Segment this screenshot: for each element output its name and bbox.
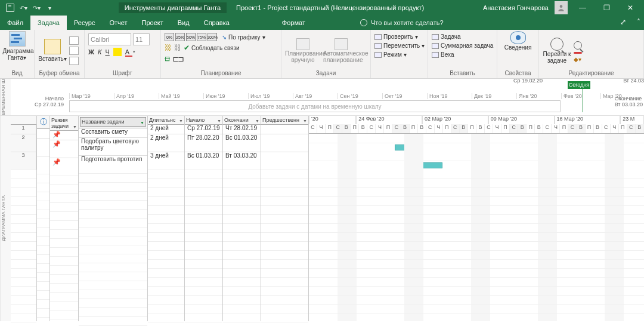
auto-schedule-button[interactable]: Автоматическое планирование	[323, 38, 359, 63]
task-table[interactable]: 1 2 3 ⓘ Режим задачи▼ 📌 📌 📌 Название зад…	[11, 116, 309, 321]
pct-75-button[interactable]: 75%	[197, 33, 206, 41]
col-mode[interactable]: Режим задачи▼	[50, 116, 78, 131]
bold-button[interactable]: Ж	[88, 48, 94, 56]
timeline-start-date: Ср 27.02.19	[35, 102, 64, 107]
task-end-1[interactable]: Чт 28.02.19	[223, 125, 261, 134]
split-task-icon[interactable]: ⊏⊐	[172, 54, 183, 63]
underline-button[interactable]: Ч	[105, 48, 109, 56]
tab-help[interactable]: Справка	[197, 16, 237, 30]
undo-icon[interactable]: ↶▾	[18, 2, 29, 13]
font-color-button[interactable]: А	[125, 48, 129, 56]
save-icon[interactable]	[5, 2, 16, 13]
task-mode-icon[interactable]: 📌	[50, 158, 78, 176]
task-mode-icon[interactable]: 📌	[50, 140, 78, 158]
tell-me-search[interactable]: Что вы хотите сделать?	[360, 16, 444, 30]
tab-view[interactable]: Вид	[171, 16, 197, 30]
pct-0-button[interactable]: 0%	[165, 33, 174, 41]
fill-icon[interactable]: ◆▾	[574, 56, 582, 63]
tab-format[interactable]: Формат	[275, 16, 312, 30]
summary-task-button[interactable]: Суммарная задача	[432, 42, 493, 50]
format-painter-icon[interactable]	[69, 57, 79, 65]
window-restore-icon[interactable]: ❐	[597, 0, 615, 16]
task-start-2[interactable]: Пт 28.02.20	[185, 134, 222, 152]
group-insert-label: Вставить	[432, 70, 493, 77]
task-dur-3[interactable]: 3 дней	[148, 152, 184, 170]
task-end-3[interactable]: Вт 03.03.20	[223, 152, 261, 170]
milestone-icon	[432, 52, 439, 58]
font-size-combo[interactable]: 11	[133, 33, 150, 45]
task-start-3[interactable]: Вс 01.03.20	[185, 152, 222, 170]
document-title: Проект1 - Project стандартный (Нелицензи…	[236, 4, 424, 11]
week-label: 23 М	[620, 116, 644, 124]
group-properties-label: Свойства	[501, 70, 535, 77]
task-name-3[interactable]: Подготовить прототип	[79, 155, 147, 173]
window-close-icon[interactable]: ✕	[621, 0, 639, 16]
on-schedule-button[interactable]: ➘По графику▾	[222, 33, 265, 41]
task-dur-1[interactable]: 2 дней	[148, 125, 184, 134]
col-pred[interactable]: Предшественн▼	[261, 116, 308, 125]
task-name-2[interactable]: Подобрать цветовую палитру	[79, 137, 147, 155]
col-name[interactable]: Название задачи▼	[79, 116, 147, 128]
inspect-button[interactable]: Проверить ▾	[374, 33, 418, 41]
move-button[interactable]: Переместить ▾	[374, 42, 425, 50]
inactivate-icon[interactable]: ⊟	[165, 55, 170, 63]
window-minimize-icon[interactable]: —	[574, 0, 592, 16]
paste-icon	[44, 39, 61, 54]
timeline-track[interactable]: Добавьте задачи с датами на временную шк…	[69, 100, 561, 112]
tab-project[interactable]: Проект	[135, 16, 171, 30]
row-num-2[interactable]: 2	[11, 134, 36, 143]
highlight-button[interactable]	[113, 48, 122, 56]
gantt-chart[interactable]: '20 24 Фев '20 02 Мар '20 09 Мар '20 16 …	[309, 116, 644, 321]
timeline-end-label: Окончание	[615, 96, 643, 102]
mode-icon	[374, 52, 382, 58]
ribbon-collapse-icon[interactable]: ˄	[637, 18, 640, 26]
tab-task[interactable]: Задача	[30, 16, 67, 30]
font-name-combo[interactable]: Calibri	[88, 33, 131, 45]
col-info[interactable]: ⓘ	[37, 116, 49, 129]
link-tasks-icon[interactable]: ⛓	[165, 44, 172, 52]
col-end[interactable]: Окончани▼	[223, 116, 261, 125]
tab-resource[interactable]: Ресурс	[67, 16, 102, 30]
tab-report[interactable]: Отчет	[102, 16, 134, 30]
find-icon[interactable]	[574, 41, 582, 50]
cut-icon[interactable]	[69, 36, 79, 45]
clear-icon[interactable]	[574, 52, 582, 54]
pct-25-button[interactable]: 25%	[175, 33, 185, 41]
gantt-sidebar-label: ДИАГРАММА ГАНТА	[0, 116, 11, 321]
unlink-tasks-icon[interactable]: ⛓	[174, 44, 181, 52]
ribbon-display-options-icon[interactable]: ⤢	[620, 18, 626, 26]
task-mode-icon[interactable]: 📌	[50, 131, 78, 140]
qat-customize-icon[interactable]: ▾	[44, 2, 55, 13]
copy-icon[interactable]	[69, 47, 79, 55]
task-start-1[interactable]: Ср 27.02.19	[185, 125, 222, 134]
milestone-button[interactable]: Веха	[432, 51, 454, 59]
redo-icon[interactable]: ↷▾	[31, 2, 42, 13]
mode-button[interactable]: Режим ▾	[374, 51, 407, 59]
paste-button[interactable]: Вставить▾	[38, 39, 67, 62]
week-label: 09 Мар '20	[488, 116, 555, 124]
details-button[interactable]: Сведения	[504, 31, 532, 51]
avatar[interactable]	[555, 1, 568, 14]
row-header	[11, 116, 36, 125]
task-end-2[interactable]: Вс 01.03.20	[223, 134, 261, 152]
group-clipboard-label: Буфер обмена	[38, 70, 80, 77]
col-duration[interactable]: Длительнс▼	[148, 116, 184, 125]
italic-button[interactable]: К	[98, 48, 101, 56]
pct-100-button[interactable]: 100%	[208, 33, 217, 41]
ribbon-tabs: Файл Задача Ресурс Отчет Проект Вид Спра…	[0, 16, 644, 30]
group-editing-label: Редактирование	[543, 70, 640, 77]
tab-file[interactable]: Файл	[0, 16, 30, 30]
gantt-chart-button[interactable]: Диаграмма Ганта▾	[3, 31, 32, 61]
manual-schedule-button[interactable]: Планирование вручную	[285, 38, 321, 63]
task-name-1[interactable]: Составить смету	[79, 128, 147, 137]
pct-50-button[interactable]: 50%	[186, 33, 196, 41]
row-num-3[interactable]: 3	[11, 152, 36, 161]
details-icon	[510, 31, 526, 44]
bulb-icon	[360, 19, 367, 26]
respect-links-button[interactable]: ✔Соблюдать связи	[184, 43, 240, 53]
task-dur-2[interactable]: 2 дней	[148, 134, 184, 152]
goto-task-button[interactable]: Перейти к задаче	[543, 38, 571, 64]
row-num-1[interactable]: 1	[11, 125, 36, 134]
insert-task-button[interactable]: Задача	[432, 33, 461, 41]
col-start[interactable]: Начало▼	[185, 116, 222, 125]
